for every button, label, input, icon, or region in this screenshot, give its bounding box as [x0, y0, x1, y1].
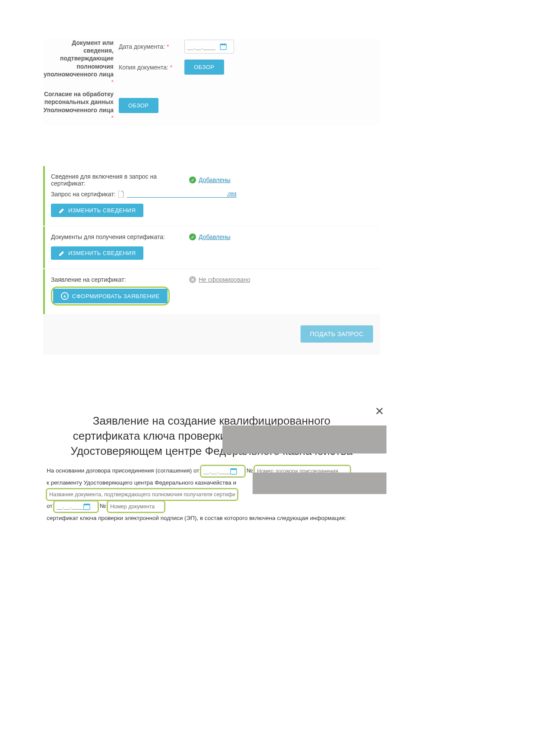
- edit-cert-info-button[interactable]: ИЗМЕНИТЬ СВЕДЕНИЯ: [51, 204, 143, 217]
- application-modal: ✕ Заявление на создание квалифицированно…: [43, 405, 380, 524]
- calendar-icon[interactable]: [220, 43, 227, 50]
- consent-label: Согласие на обработку персональных данны…: [43, 90, 119, 122]
- cert-docs-label: Документы для получения сертификата:: [51, 233, 189, 240]
- regulation-text: к регламенту Удостоверяющего центра Феде…: [47, 479, 236, 486]
- cert-docs-status[interactable]: Добавлены: [199, 233, 231, 240]
- form-application-button[interactable]: + СФОРМИРОВАТЬ ЗАЯВЛЕНИЕ: [53, 289, 168, 303]
- authority-docno-field[interactable]: [108, 501, 165, 512]
- authority-doc-label: Документ или сведения, подтверждающие по…: [43, 39, 119, 86]
- file-icon: [118, 191, 124, 198]
- agreement-basis-text: На основании договора присоединения (сог…: [47, 467, 199, 474]
- x-icon: ✕: [189, 276, 196, 283]
- form-application-highlight: + СФОРМИРОВАТЬ ЗАЯВЛЕНИЕ: [51, 287, 170, 306]
- authority-docname-field[interactable]: [47, 489, 237, 500]
- authority-docno-input[interactable]: [110, 504, 162, 510]
- check-icon: ✓: [189, 176, 196, 183]
- submit-request-button[interactable]: ПОДАТЬ ЗАПРОС: [301, 325, 373, 343]
- status-footer: ПОДАТЬ ЗАПРОС: [43, 315, 380, 355]
- authority-document-form: Документ или сведения, подтверждающие по…: [43, 39, 380, 125]
- cert-request-label: Запрос на сертификат:: [51, 191, 116, 198]
- cert-info-card: Сведения для включения в запрос на серти…: [43, 166, 380, 226]
- authority-docdate-input[interactable]: [57, 504, 83, 510]
- tail-text: сертификат ключа проверки электронной по…: [47, 515, 346, 521]
- check-icon: ✓: [189, 233, 196, 240]
- plus-icon: +: [61, 292, 69, 300]
- pencil-icon: [59, 250, 65, 256]
- redaction-block: [253, 472, 386, 494]
- authority-docdate-field[interactable]: [54, 501, 98, 512]
- doc-copy-label: Копия документа: *: [119, 64, 179, 71]
- cert-app-card: Заявление на сертификат: ✕ Не сформирова…: [43, 269, 380, 314]
- number-sign: №: [247, 467, 253, 474]
- cert-request-file[interactable]: ________________________________.req: [127, 190, 237, 198]
- agreement-date-field[interactable]: [201, 466, 245, 477]
- svg-rect-2: [222, 44, 222, 45]
- calendar-icon[interactable]: [230, 468, 237, 475]
- pencil-icon: [59, 208, 65, 214]
- browse-consent-button[interactable]: ОБЗОР: [119, 98, 158, 113]
- cert-app-label: Заявление на сертификат:: [51, 276, 189, 283]
- cert-docs-card: Документы для получения сертификата: ✓ Д…: [43, 227, 380, 268]
- calendar-icon[interactable]: [83, 503, 90, 510]
- cert-info-label: Сведения для включения в запрос на серти…: [51, 173, 189, 187]
- doc-date-input-wrap[interactable]: [184, 40, 234, 54]
- edit-cert-docs-button[interactable]: ИЗМЕНИТЬ СВЕДЕНИЯ: [51, 246, 143, 260]
- svg-rect-7: [84, 504, 90, 505]
- cert-app-status[interactable]: Не сформировано: [199, 276, 250, 283]
- doc-date-label: Дата документа: *: [119, 43, 179, 50]
- cert-info-status[interactable]: Добавлены: [199, 176, 231, 183]
- svg-rect-3: [225, 44, 225, 45]
- svg-rect-5: [231, 469, 237, 470]
- doc-date-input[interactable]: [187, 44, 220, 50]
- certificate-status-panel: Сведения для включения в запрос на серти…: [43, 166, 380, 355]
- redaction-block: [222, 425, 386, 454]
- close-icon[interactable]: ✕: [375, 405, 384, 418]
- authority-docname-input[interactable]: [49, 491, 235, 498]
- number-sign: №: [100, 503, 106, 509]
- from-label: от: [47, 503, 52, 509]
- svg-rect-1: [220, 44, 226, 45]
- agreement-date-input[interactable]: [203, 468, 230, 474]
- browse-copy-button[interactable]: ОБЗОР: [184, 60, 224, 75]
